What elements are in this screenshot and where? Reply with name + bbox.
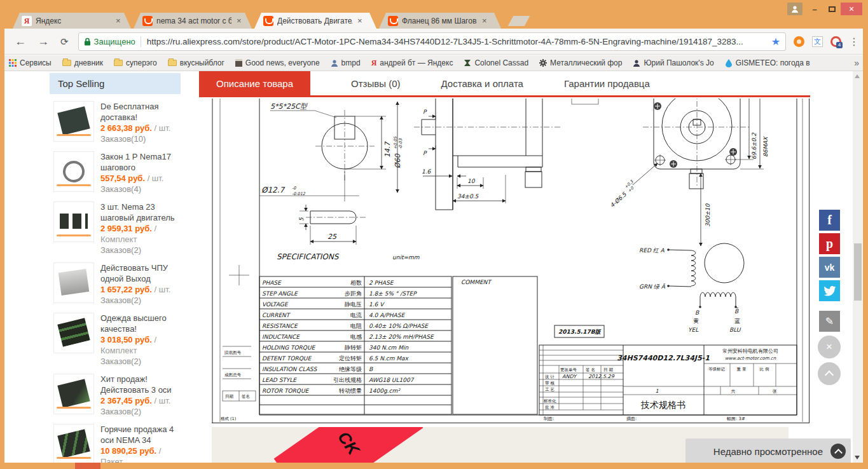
browser-tab-active[interactable]: Действовать Двигатель × — [254, 13, 376, 29]
extension-icon-2[interactable]: 4 — [830, 36, 841, 47]
list-item[interactable]: 3 шт. Nema 23 шаговый двигатель 2 959,31… — [50, 194, 181, 255]
scrollbar-thumb[interactable] — [854, 243, 862, 301]
tb-date-col: 日 期 — [603, 367, 613, 372]
bookmark-superego[interactable]: суперэго — [114, 58, 157, 67]
spec-value: B — [369, 366, 373, 372]
bookmark-bmpd[interactable]: bmpd — [331, 58, 361, 67]
spec-en: CURRENT — [262, 312, 291, 318]
tab-close-icon[interactable]: × — [482, 16, 487, 25]
bookmark-cassad[interactable]: Colonel Cassad — [464, 58, 528, 67]
dim-keyway-depth: 14.7 — [383, 141, 392, 158]
minimize-button[interactable]: – — [808, 3, 822, 15]
product-title[interactable]: Горячие продажа 4 оси NEMA 34 — [100, 424, 177, 445]
menu-icon[interactable]: ⋮ — [849, 36, 859, 48]
spec-en: VOLTAGE — [262, 301, 289, 308]
vk-share-button[interactable]: vk — [819, 257, 840, 278]
bookmark-diary[interactable]: дневник — [62, 58, 103, 67]
product-title[interactable]: Хит продаж! Действовать 3 оси — [100, 374, 177, 395]
product-title[interactable]: 3 шт. Nema 23 шаговый двигатель — [100, 201, 177, 223]
product-orders: Заказов(4) — [100, 184, 177, 194]
product-title[interactable]: Действовать ЧПУ одной Выход — [100, 262, 177, 284]
tab-description[interactable]: Описание товара — [199, 71, 310, 95]
spec-value: 0.40± 10% Ω/PHASE — [369, 323, 429, 329]
apps-grid-icon — [9, 59, 17, 67]
technical-drawing-image: 14.7 5*5*25C型 Ø60 +0.05 -0.03 Ø12.7 -0 -… — [212, 99, 810, 424]
scroll-top-button[interactable] — [818, 362, 841, 385]
browser-window: Я Яндекс × nema 34 act motor с бес × Дей… — [0, 0, 868, 469]
extension-badge: 4 — [836, 42, 843, 48]
bookmark-metalforum[interactable]: Металлический фор — [539, 58, 622, 67]
margin-total-no: 成图总号 — [224, 372, 242, 377]
list-item[interactable]: De Бесплатная доставка! 2 663,38 руб. / … — [50, 94, 181, 144]
bookmark-foodblog[interactable]: вкусныйблог — [168, 58, 224, 67]
extensions-area: 文 4 — [794, 36, 841, 47]
product-unit: Комплект — [100, 234, 137, 244]
product-title[interactable]: Закон 1 P Nema17 шагового — [100, 151, 177, 173]
aliexpress-favicon — [142, 16, 153, 26]
dim-frame-size: 86MAX — [762, 136, 769, 157]
dim-key-length: 25 — [327, 233, 337, 241]
extension-icon-1[interactable] — [794, 36, 804, 47]
new-tab-button[interactable] — [508, 16, 530, 26]
product-unit: шт. — [159, 285, 171, 294]
list-item[interactable]: Горячие продажа 4 оси NEMA 34 10 890,25 … — [50, 417, 181, 463]
profile-button[interactable] — [787, 3, 803, 15]
list-item[interactable]: Действовать ЧПУ одной Выход 1 657,22 руб… — [50, 255, 181, 306]
bookmark-label: Юрий Пашолок's Jo — [644, 58, 713, 67]
back-icon[interactable]: ← — [15, 36, 26, 47]
product-price: 2 663,38 руб. — [100, 123, 152, 133]
browser-tab-yandex[interactable]: Я Яндекс × — [13, 13, 131, 29]
browser-tab-nema34[interactable]: nema 34 act motor с бес × — [134, 13, 252, 29]
product-title[interactable]: Одежда высшего качества! — [100, 313, 177, 334]
bookmark-pasholok[interactable]: Юрий Пашолок's Jo — [633, 58, 713, 67]
scrollbar-down-arrow[interactable] — [855, 456, 860, 459]
separator: / — [145, 173, 152, 183]
reload-icon[interactable]: ⟳ — [60, 37, 69, 46]
facebook-share-button[interactable]: f — [819, 210, 840, 231]
bookmark-andrey[interactable]: Яандрей бт — Яндекс — [371, 58, 453, 68]
browser-tab-flange[interactable]: Фланец 86 мм Шаговые × — [379, 13, 501, 29]
page-scrollbar[interactable] — [853, 71, 862, 463]
tb-website: www.act-motor.com.cn — [725, 356, 776, 361]
tab-feedback[interactable]: Отзывы (0) — [351, 71, 400, 95]
product-thumbnail — [53, 201, 94, 242]
product-title[interactable]: De Бесплатная доставка! — [100, 101, 177, 123]
pinterest-share-button[interactable]: p — [819, 233, 840, 254]
spec-value: 340 N.cm Min — [369, 344, 408, 351]
scrollbar-up-arrow[interactable] — [855, 74, 860, 78]
address-bar[interactable]: Защищено https://ru.aliexpress.com/store… — [78, 32, 786, 51]
bookmark-label: суперэго — [126, 58, 157, 67]
close-window-button[interactable]: × — [841, 3, 862, 15]
close-panel-button[interactable]: × — [818, 336, 841, 358]
forward-icon[interactable]: → — [38, 36, 49, 47]
maximize-icon — [829, 6, 836, 12]
list-item[interactable]: Хит продаж! Действовать 3 оси 2 367,45 р… — [50, 367, 181, 417]
tb-check-row: 审 核 — [545, 381, 555, 386]
tab-close-icon[interactable]: × — [237, 16, 242, 25]
list-item[interactable]: Закон 1 P Nema17 шагового 557,54 руб. / … — [50, 144, 181, 194]
translate-extension-icon[interactable]: 文 — [812, 36, 823, 47]
maximize-button[interactable] — [825, 3, 839, 15]
recently-viewed-bar[interactable]: Недавно просмотренное — [685, 438, 851, 464]
bookmark-gismeteo[interactable]: GISMETEO: погода в — [725, 58, 810, 67]
tab-shipping[interactable]: Доставка и оплата — [441, 71, 523, 95]
lock-icon — [84, 37, 91, 46]
edit-pencil-button[interactable]: ✎ — [819, 311, 840, 332]
tab-close-icon[interactable]: × — [116, 16, 121, 25]
bookmark-services[interactable]: Сервисы — [9, 58, 52, 67]
bookmark-star-icon[interactable]: ★ — [771, 36, 780, 48]
tab-guarantee[interactable]: Гарантии продавца — [564, 71, 650, 95]
comment-header: COMMENT — [461, 279, 492, 285]
url-text[interactable]: https://ru.aliexpress.com/store/product/… — [147, 37, 766, 46]
list-item[interactable]: Одежда высшего качества! 3 018,50 руб. /… — [50, 306, 181, 367]
bookmarks-overflow-icon[interactable]: » — [854, 58, 859, 68]
bookmark-goodnews[interactable]: Good news, everyone — [235, 58, 320, 67]
security-chip[interactable]: Защищено — [94, 37, 135, 46]
product-thumbnail — [53, 151, 94, 192]
tab-close-icon[interactable]: × — [357, 16, 362, 25]
wire-green-label: GRN 绿 Ā — [639, 283, 666, 290]
chevron-up-icon[interactable] — [830, 444, 846, 459]
dim-front-length: 34±0.5 — [457, 193, 479, 200]
margin-old-no: 旧底图号 — [224, 350, 242, 355]
twitter-share-button[interactable] — [819, 280, 840, 301]
